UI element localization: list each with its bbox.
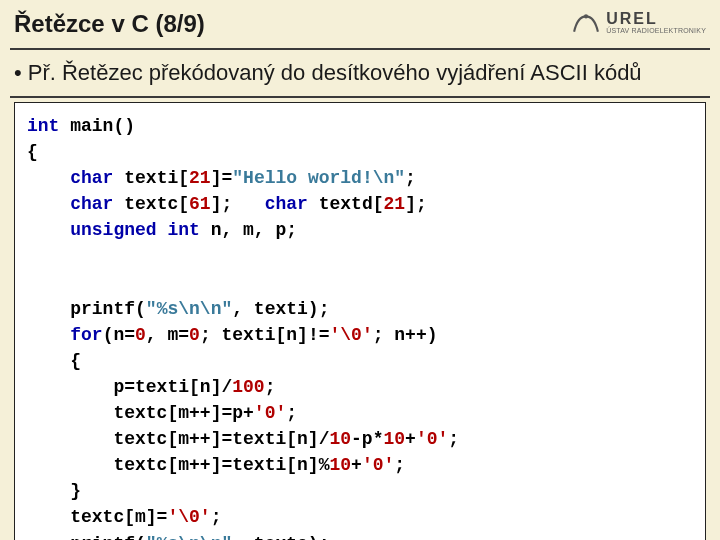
- logo: UREL ÚSTAV RADIOELEKTRONIKY: [572, 8, 706, 36]
- logo-text: UREL ÚSTAV RADIOELEKTRONIKY: [606, 11, 706, 34]
- code-block: int main() { char texti[21]="Hello world…: [27, 113, 693, 540]
- subtitle-row: •Př. Řetězec překódovaný do desítkového …: [0, 44, 720, 92]
- logo-main: UREL: [606, 11, 706, 27]
- bullet-icon: •: [14, 60, 22, 85]
- svg-point-0: [584, 14, 588, 18]
- slide-header: Řetězce v C (8/9) UREL ÚSTAV RADIOELEKTR…: [0, 0, 720, 44]
- slide-title: Řetězce v C (8/9): [14, 10, 572, 38]
- logo-icon: [572, 8, 600, 36]
- divider-sub: [10, 96, 710, 98]
- code-frame: int main() { char texti[21]="Hello world…: [14, 102, 706, 540]
- logo-sub: ÚSTAV RADIOELEKTRONIKY: [606, 27, 706, 34]
- subtitle-text: Př. Řetězec překódovaný do desítkového v…: [28, 60, 642, 85]
- slide-subtitle: •Př. Řetězec překódovaný do desítkového …: [14, 60, 642, 85]
